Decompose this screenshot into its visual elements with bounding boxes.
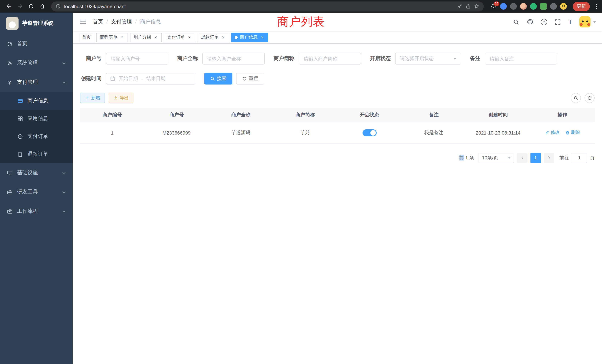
close-icon[interactable]: × — [221, 35, 226, 40]
logo[interactable]: 芋道管理系统 — [0, 13, 73, 34]
date-range-picker[interactable]: 开始日期 - 结束日期 — [106, 73, 195, 85]
url-text[interactable]: localhost:1024/pay/merchant — [64, 3, 454, 9]
tab-process-form[interactable]: 流程表单 × — [96, 32, 128, 42]
export-button-label: 导出 — [120, 95, 129, 101]
field-label: 商户号 — [80, 55, 102, 62]
column-header: 开启状态 — [337, 108, 402, 122]
sidebar-item-infra[interactable]: 基础设施 — [0, 163, 73, 182]
profile-avatar[interactable] — [560, 3, 567, 10]
tab-user-group[interactable]: 用户分组 × — [130, 32, 162, 42]
sidebar-item-refund-order[interactable]: 退款订单 — [0, 145, 73, 163]
add-button[interactable]: 新增 — [80, 93, 105, 103]
search-button[interactable]: 搜索 — [204, 73, 232, 85]
yen-icon: ¥ — [7, 79, 13, 85]
top-navbar: 首页 支付管理 商户信息 商户列表 ? T — [73, 13, 602, 31]
browser-forward-icon[interactable] — [15, 1, 25, 11]
edit-link-label: 修改 — [551, 129, 559, 136]
goto-page-input[interactable] — [572, 152, 587, 163]
close-icon[interactable]: × — [153, 35, 158, 40]
tab-label: 首页 — [82, 34, 91, 40]
toggle-search-icon[interactable] — [571, 93, 581, 103]
export-button[interactable]: 导出 — [109, 93, 133, 103]
filter-merchant-no: 商户号 — [80, 53, 168, 64]
tab-label: 商户信息 — [240, 34, 258, 40]
tab-merchant-info[interactable]: 商户信息 × — [231, 32, 268, 42]
grid-icon — [17, 116, 23, 122]
table-header-row: 商户编号 商户号 商户全称 商户简称 开启状态 备注 创建时间 操作 — [80, 108, 595, 122]
browser-update-button[interactable]: 更新 — [573, 2, 590, 11]
page-size-select[interactable]: 10条/页 — [479, 152, 514, 163]
sidebar-item-merchant-info[interactable]: 商户信息 — [0, 92, 73, 110]
extensions-puzzle-icon[interactable]: 10 — [490, 3, 497, 10]
cell-full-name: 芋道源码 — [209, 122, 273, 143]
extension-icon[interactable] — [510, 3, 517, 10]
extension-icon[interactable] — [540, 3, 547, 10]
extension-icon[interactable] — [550, 3, 557, 10]
browser-menu-icon[interactable] — [594, 2, 598, 10]
sidebar-item-app-info[interactable]: 应用信息 — [0, 110, 73, 128]
refresh-icon[interactable] — [585, 93, 595, 103]
next-page-button[interactable] — [544, 152, 554, 163]
sidebar-item-home[interactable]: 首页 — [0, 34, 73, 53]
tab-refund-order[interactable]: 退款订单 × — [198, 32, 229, 42]
share-icon[interactable] — [466, 4, 471, 9]
sidebar: 芋道管理系统 首页 系统管理 — [0, 13, 73, 364]
page-number-button[interactable]: 1 — [530, 152, 541, 163]
remark-input[interactable] — [485, 53, 557, 64]
sidebar-item-payment[interactable]: ¥ 支付管理 — [0, 73, 73, 92]
merchant-no-input[interactable] — [106, 53, 168, 64]
breadcrumb-section[interactable]: 支付管理 — [111, 19, 140, 25]
filter-status: 开启状态 请选择开启状态 — [370, 53, 461, 64]
column-header: 备注 — [402, 108, 466, 122]
browser-reload-icon[interactable] — [26, 1, 36, 11]
bookmark-star-icon[interactable] — [474, 4, 479, 9]
reset-button[interactable]: 重置 — [236, 73, 264, 85]
sidebar-item-dev-tools[interactable]: 研发工具 — [0, 182, 73, 202]
prev-page-button[interactable] — [517, 152, 527, 163]
password-key-icon[interactable] — [457, 4, 462, 9]
sidebar-item-label: 商户信息 — [27, 97, 48, 104]
search-icon[interactable] — [513, 19, 519, 25]
short-name-input[interactable] — [299, 53, 361, 64]
edit-link[interactable]: 修改 — [545, 129, 559, 136]
filter-row-2: 创建时间 开始日期 - 结束日期 搜索 — [80, 73, 595, 85]
page-size-value: 10条/页 — [482, 154, 498, 161]
close-icon[interactable]: × — [187, 35, 192, 40]
fullscreen-icon[interactable] — [555, 19, 561, 25]
sidebar-item-workflow[interactable]: 工作流程 — [0, 202, 73, 221]
navbar-actions: ? T — [513, 16, 596, 27]
site-info-icon[interactable] — [56, 4, 61, 9]
font-size-icon[interactable]: T — [568, 19, 572, 25]
extension-icon[interactable] — [530, 3, 537, 10]
tab-home[interactable]: 首页 — [79, 32, 94, 42]
extension-icon[interactable] — [520, 3, 527, 10]
delete-link[interactable]: 删除 — [565, 129, 580, 136]
field-label: 备注 — [470, 55, 480, 62]
extension-icon[interactable] — [500, 3, 507, 10]
app-title: 芋道管理系统 — [22, 20, 53, 27]
briefcase-icon — [7, 208, 13, 214]
sidebar-toggle-icon[interactable] — [79, 17, 87, 26]
breadcrumb-home[interactable]: 首页 — [93, 19, 111, 25]
tab-label: 流程表单 — [100, 34, 118, 40]
close-icon[interactable]: × — [119, 35, 125, 40]
close-icon[interactable]: × — [259, 35, 265, 40]
sidebar-item-label: 研发工具 — [17, 189, 38, 195]
help-icon[interactable]: ? — [541, 19, 547, 25]
tab-pay-order[interactable]: 支付订单 × — [164, 32, 195, 42]
browser-home-icon[interactable] — [37, 1, 47, 11]
cell-short-name: 芋艿 — [273, 122, 337, 143]
browser-back-icon[interactable] — [4, 1, 14, 11]
sidebar-item-system[interactable]: 系统管理 — [0, 53, 73, 73]
breadcrumb-current: 商户信息 — [140, 19, 161, 25]
user-menu[interactable] — [579, 16, 596, 27]
chevron-down-icon — [62, 190, 66, 194]
github-icon[interactable] — [527, 19, 533, 25]
status-toggle[interactable] — [363, 129, 377, 136]
full-name-input[interactable] — [202, 53, 265, 64]
address-bar[interactable]: localhost:1024/pay/merchant — [51, 1, 484, 11]
status-select[interactable]: 请选择开启状态 — [395, 53, 461, 64]
cell-status — [337, 122, 402, 143]
tab-label: 支付订单 — [167, 34, 185, 40]
sidebar-item-pay-order[interactable]: 支付订单 — [0, 128, 73, 145]
